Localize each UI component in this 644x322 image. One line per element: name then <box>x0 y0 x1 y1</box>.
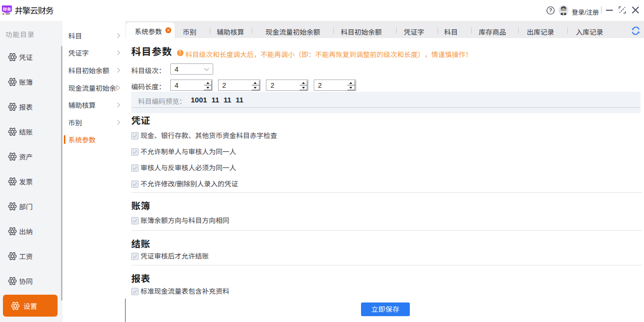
svg-text:?: ? <box>549 8 552 13</box>
svg-text:财务: 财务 <box>3 7 11 12</box>
svg-text:·ERP: ·ERP <box>5 13 10 15</box>
